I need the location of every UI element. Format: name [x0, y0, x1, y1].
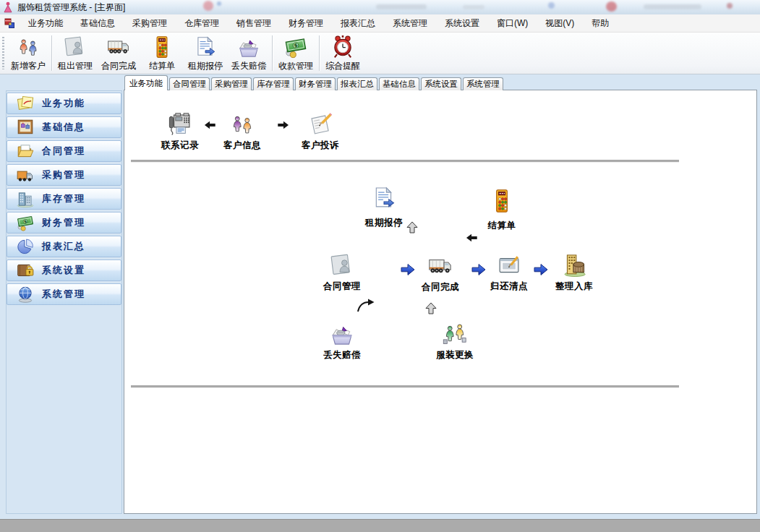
fax-phone-icon [167, 111, 193, 137]
sidebar-item-label: 合同管理 [42, 145, 85, 158]
toolbar-button-label: 合同完成 [101, 60, 136, 72]
toolbar-separator [272, 35, 273, 71]
tab-system-mgmt[interactable]: 系统管理 [463, 77, 503, 90]
payment-collection-button[interactable]: 收款管理 [274, 33, 317, 74]
tab-finance[interactable]: 财务管理 [295, 77, 336, 90]
alarm-clock-icon [330, 35, 355, 59]
sidebar-item-label: 库存管理 [42, 192, 85, 205]
sidebar-item-reports[interactable]: 报表汇总 [7, 236, 121, 257]
menu-item-help[interactable]: 帮助 [583, 14, 618, 33]
node-restock[interactable]: 整理入库 [544, 252, 605, 293]
mdi-child-icon [4, 17, 15, 29]
node-customer-info[interactable]: 客户信息 [212, 111, 273, 152]
node-label: 客户信息 [223, 140, 261, 152]
sidebar-item-label: 财务管理 [42, 216, 85, 229]
sidebar-item-label: 采购管理 [42, 168, 85, 181]
toolbar-grip[interactable] [2, 37, 4, 69]
loss-compensation-button[interactable]: 丢失赔偿 [227, 33, 270, 74]
node-label: 整理入库 [555, 280, 593, 293]
contract-complete-button[interactable]: 合同完成 [97, 33, 140, 74]
node-contact-records[interactable]: 联系记录 [150, 111, 210, 152]
sidebar-item-purchase[interactable]: 采购管理 [7, 164, 121, 186]
menu-item-system-settings[interactable]: 系统设置 [436, 14, 488, 33]
warehouse-buildings-icon [561, 252, 587, 278]
tab-bar: 业务功能 合同管理 采购管理 库存管理 财务管理 报表汇总 基础信息 系统设置 … [124, 76, 505, 90]
titlebar-glass-blob [463, 5, 484, 9]
titlebar-glass-blob [606, 1, 617, 12]
sidebar-item-inventory[interactable]: 库存管理 [7, 188, 121, 210]
tab-purchase[interactable]: 采购管理 [211, 77, 252, 90]
menu-item-reports[interactable]: 报表汇总 [332, 14, 384, 33]
sidebar-item-label: 业务功能 [42, 97, 85, 110]
delivery-truck-icon [106, 35, 131, 59]
arrow-up-icon [406, 221, 418, 233]
titlebar-glass-blob [548, 2, 555, 9]
money-icon [283, 35, 308, 59]
titlebar-glass-blob [203, 1, 213, 11]
tab-system-settings[interactable]: 系统设置 [421, 77, 461, 90]
titlebar-glass-blob [644, 4, 701, 9]
section-divider [131, 385, 679, 388]
sidebar: 业务功能 基础信息 合同管理 采购管理 库存管理 财务管理 报表汇总 系统设置 … [6, 90, 122, 514]
new-customer-button[interactable]: 新增客户 [7, 33, 50, 74]
menu-item-finance[interactable]: 财务管理 [280, 14, 332, 33]
titlebar-glass-blob [727, 3, 733, 9]
tab-business[interactable]: 业务功能 [124, 75, 168, 90]
node-label: 归还清点 [490, 280, 528, 293]
menu-item-business[interactable]: 业务功能 [20, 14, 72, 33]
purchase-truck-icon [16, 166, 35, 184]
sidebar-item-finance[interactable]: 财务管理 [7, 212, 121, 233]
app-logo-icon [3, 1, 13, 13]
node-contract-mgmt[interactable]: 合同管理 [312, 252, 372, 293]
toolbar-button-label: 租期报停 [188, 60, 223, 72]
node-customer-complaint[interactable]: 客户投诉 [290, 111, 351, 152]
customers-icon [229, 111, 255, 137]
menu-item-system-mgmt[interactable]: 系统管理 [384, 14, 436, 33]
menu-item-base-info[interactable]: 基础信息 [72, 14, 124, 33]
sidebar-item-base-info[interactable]: 基础信息 [7, 116, 121, 138]
menu-item-view[interactable]: 视图(V) [537, 14, 583, 33]
menu-item-purchase[interactable]: 采购管理 [124, 14, 176, 33]
tab-base-info[interactable]: 基础信息 [379, 77, 419, 90]
node-loss-compensation[interactable]: 丢失赔偿 [312, 321, 372, 361]
node-clothes-swap[interactable]: 服装更换 [424, 321, 485, 361]
menu-item-sales[interactable]: 销售管理 [228, 14, 280, 33]
node-label: 合同管理 [323, 280, 361, 293]
sidebar-item-system-mgmt[interactable]: 系统管理 [7, 283, 121, 305]
document-arrow-icon [371, 185, 397, 211]
rental-stop-button[interactable]: 租期报停 [184, 33, 227, 74]
toolbar: 新增客户 租出管理 合同完成 结算单 租期报停 丢失赔偿 收款管理 综合提醒 [0, 33, 760, 74]
node-label: 丢失赔偿 [323, 349, 361, 361]
sidebar-item-label: 基础信息 [42, 121, 85, 134]
folder-icon [16, 142, 35, 160]
tab-reports[interactable]: 报表汇总 [337, 77, 377, 90]
globe-icon [16, 285, 35, 304]
toolbar-button-label: 结算单 [149, 60, 175, 72]
settlement-button[interactable]: 结算单 [140, 33, 184, 74]
titlebar: 服饰租赁管理系统 - [主界面] [0, 0, 760, 15]
lock-book-icon [16, 261, 35, 280]
node-contract-complete[interactable]: 合同完成 [410, 253, 471, 293]
tab-inventory[interactable]: 库存管理 [253, 77, 294, 90]
rent-out-button[interactable]: 租出管理 [54, 33, 97, 74]
node-return-check[interactable]: 归还清点 [479, 252, 539, 293]
node-rental-stop[interactable]: 租期报停 [354, 185, 414, 229]
calculator-icon [489, 188, 515, 214]
customers-icon [16, 35, 40, 59]
main-panel: 业务功能 合同管理 采购管理 库存管理 财务管理 报表汇总 基础信息 系统设置 … [124, 76, 757, 514]
reminder-button[interactable]: 综合提醒 [321, 33, 364, 74]
toolbar-button-label: 综合提醒 [325, 60, 360, 72]
rent-out-document-icon [63, 35, 87, 59]
complaint-note-icon [307, 111, 333, 137]
tab-contract[interactable]: 合同管理 [169, 77, 210, 90]
menu-item-window[interactable]: 窗口(W) [488, 14, 537, 33]
sidebar-item-system-settings[interactable]: 系统设置 [7, 259, 121, 281]
sidebar-item-label: 系统设置 [42, 264, 85, 277]
menu-item-warehouse[interactable]: 仓库管理 [176, 14, 228, 33]
arrow-up-icon [425, 302, 437, 314]
sidebar-item-business[interactable]: 业务功能 [7, 93, 121, 114]
node-settlement[interactable]: 结算单 [471, 188, 532, 232]
toolbar-button-label: 丢失赔偿 [231, 60, 266, 72]
node-label: 租期报停 [365, 217, 403, 229]
sidebar-item-contract[interactable]: 合同管理 [7, 140, 121, 162]
